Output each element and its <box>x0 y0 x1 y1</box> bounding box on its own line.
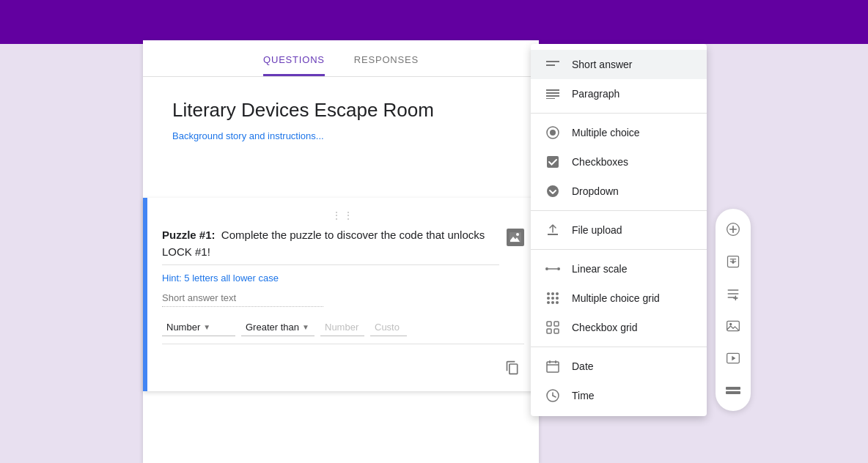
form-subtitle[interactable]: Background story and instructions... <box>172 130 510 141</box>
tab-responses[interactable]: RESPONSES <box>354 54 419 76</box>
svg-point-9 <box>550 130 556 136</box>
condition-select[interactable]: Greater than ▼ <box>241 319 315 336</box>
dropdown-icon <box>545 184 560 199</box>
number-input[interactable]: Number <box>320 319 364 336</box>
tabs-bar: QUESTIONS RESPONSES <box>143 40 539 77</box>
import-questions-button[interactable] <box>718 247 748 276</box>
svg-marker-44 <box>732 356 735 361</box>
paragraph-icon <box>545 86 560 101</box>
divider-3 <box>531 249 707 250</box>
short-answer-input[interactable] <box>162 289 323 307</box>
linear-scale-icon <box>545 262 560 276</box>
svg-point-1 <box>516 233 519 236</box>
copy-button[interactable] <box>501 356 524 379</box>
dropdown-label: Dropdown <box>572 185 619 197</box>
svg-point-20 <box>556 297 559 300</box>
hint-text: Hint: 5 letters all lower case <box>162 273 524 284</box>
svg-point-18 <box>547 297 550 300</box>
multiple-choice-icon <box>545 125 560 140</box>
svg-rect-27 <box>554 329 559 333</box>
checkbox-grid-label: Checkbox grid <box>572 322 638 333</box>
dropdown-item-date[interactable]: Date <box>531 352 707 381</box>
image-icon[interactable] <box>507 229 524 246</box>
dropdown-item-short-answer[interactable]: Short answer <box>531 50 707 79</box>
svg-point-11 <box>547 185 559 197</box>
short-answer-icon <box>545 57 560 72</box>
svg-point-14 <box>557 267 560 270</box>
svg-point-21 <box>547 301 550 304</box>
form-title: Literary Devices Escape Room <box>172 99 510 122</box>
dropdown-item-checkboxes[interactable]: Checkboxes <box>531 147 707 177</box>
dropdown-item-checkbox-grid[interactable]: Checkbox grid <box>531 313 707 342</box>
svg-point-22 <box>551 301 554 304</box>
drag-handle: ⋮⋮ <box>162 210 524 221</box>
file-upload-icon <box>545 223 560 237</box>
card-actions <box>162 350 524 379</box>
date-icon <box>545 359 560 374</box>
add-image-button[interactable] <box>718 311 748 341</box>
question-header: Puzzle #1: Complete the puzzle to discov… <box>162 227 524 265</box>
multiple-choice-grid-icon <box>545 291 560 305</box>
svg-point-16 <box>551 292 554 295</box>
linear-scale-label: Linear scale <box>572 263 628 275</box>
paragraph-label: Paragraph <box>572 88 619 100</box>
add-question-button[interactable] <box>718 215 748 244</box>
time-label: Time <box>572 390 595 401</box>
type-select[interactable]: Number ▼ <box>162 319 235 336</box>
date-label: Date <box>572 360 594 372</box>
multiple-choice-grid-label: Multiple choice grid <box>572 292 660 304</box>
file-upload-label: File upload <box>572 224 622 236</box>
validation-row: Number ▼ Greater than ▼ Number Custo <box>162 319 524 336</box>
svg-rect-25 <box>554 322 559 326</box>
short-answer-label: Short answer <box>572 59 632 70</box>
dropdown-item-multiple-choice-grid[interactable]: Multiple choice grid <box>531 284 707 313</box>
checkboxes-label: Checkboxes <box>572 156 628 168</box>
top-bar <box>0 0 868 44</box>
divider-2 <box>531 210 707 211</box>
svg-point-19 <box>551 297 554 300</box>
svg-line-34 <box>553 396 556 397</box>
divider-4 <box>531 347 707 347</box>
dropdown-item-paragraph[interactable]: Paragraph <box>531 79 707 108</box>
checkbox-grid-icon <box>545 320 560 335</box>
svg-point-12 <box>545 267 548 270</box>
form-content: Literary Devices Escape Room Background … <box>143 77 539 178</box>
svg-rect-24 <box>547 322 551 326</box>
dropdown-item-multiple-choice[interactable]: Multiple choice <box>531 118 707 147</box>
svg-rect-26 <box>547 329 551 333</box>
svg-rect-45 <box>726 387 740 390</box>
add-text-button[interactable] <box>718 279 748 308</box>
dropdown-item-dropdown[interactable]: Dropdown <box>531 177 707 206</box>
tab-questions[interactable]: QUESTIONS <box>263 54 325 76</box>
svg-rect-46 <box>726 391 740 394</box>
add-section-button[interactable] <box>718 376 748 405</box>
question-text: Puzzle #1: Complete the puzzle to discov… <box>162 227 499 265</box>
time-icon <box>545 388 560 403</box>
svg-rect-28 <box>547 362 559 372</box>
question-card: ⋮⋮ Puzzle #1: Complete the puzzle to dis… <box>143 198 539 391</box>
svg-point-17 <box>556 292 559 295</box>
dropdown-item-file-upload[interactable]: File upload <box>531 215 707 245</box>
dropdown-item-linear-scale[interactable]: Linear scale <box>531 254 707 284</box>
svg-point-23 <box>556 301 559 304</box>
add-video-button[interactable] <box>718 344 748 373</box>
svg-point-15 <box>547 292 550 295</box>
right-sidebar <box>716 209 751 411</box>
type-dropdown: Short answer Paragraph Multiple choice <box>531 44 707 416</box>
checkboxes-icon <box>545 155 560 169</box>
multiple-choice-label: Multiple choice <box>572 127 640 138</box>
custom-input[interactable]: Custo <box>370 319 407 336</box>
dropdown-item-time[interactable]: Time <box>531 381 707 410</box>
svg-point-42 <box>729 323 732 325</box>
divider-1 <box>531 113 707 114</box>
